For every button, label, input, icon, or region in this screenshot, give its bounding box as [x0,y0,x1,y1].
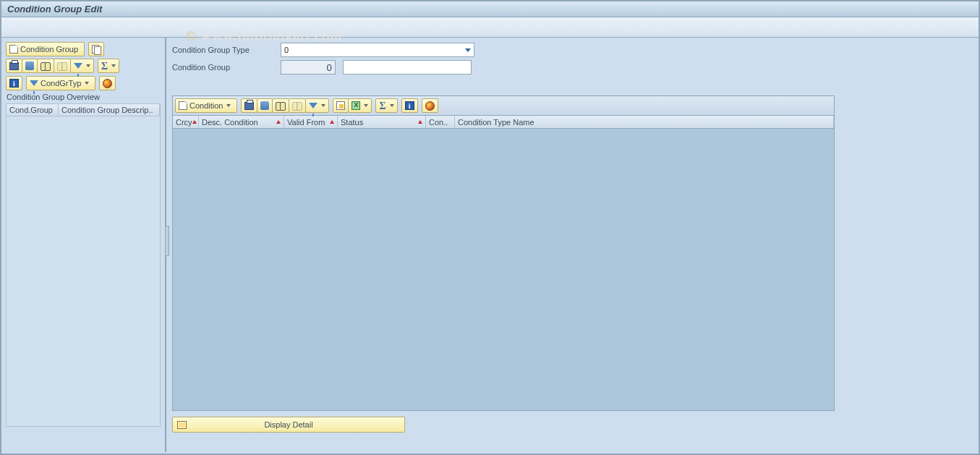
overview-col-group[interactable]: Cond.Group [7,104,59,116]
info-icon: i [9,79,19,88]
splitter-handle[interactable] [165,226,169,256]
find-button[interactable] [37,59,54,73]
binoculars-icon [276,102,286,109]
chart-icon [103,79,112,88]
grid-print-button[interactable] [241,98,257,113]
condition-grid-section: Condition Σ i [172,95,835,411]
view-icon [25,61,34,70]
sidebar: Condition Group Σ i CondGrTyp [1,38,166,452]
chart-icon [425,101,435,111]
filter-button[interactable] [70,59,94,73]
condition-group-button[interactable]: Condition Group [6,42,85,56]
view-icon [260,101,269,110]
sort-asc-icon [330,120,334,124]
print-icon [244,102,254,110]
col-con[interactable]: Con.. [426,116,455,128]
binoculars-next-icon [292,102,302,109]
condition-button[interactable]: Condition [175,98,237,113]
grid-export-button[interactable] [333,98,349,113]
col-desc-condition[interactable]: Desc. Condition [199,116,284,128]
export-icon [336,101,345,110]
overview-title: Condition Group Overview [6,93,161,101]
grid-filter-button[interactable] [305,98,329,113]
overview-header: Cond.Group Condition Group Descrip.. [6,103,161,116]
document-icon [9,45,18,54]
grid-sum-button[interactable]: Σ [375,98,397,113]
grid-find-next-button[interactable] [289,98,306,113]
sum-button[interactable]: Σ [98,59,119,73]
print-icon [9,62,19,70]
grid-view-button[interactable] [257,98,273,113]
col-crcy[interactable]: Crcy [173,116,199,128]
condition-group-text-input[interactable] [343,60,472,75]
grid-graphic-button[interactable] [422,98,438,113]
view-button[interactable] [22,59,38,73]
condition-group-number-input[interactable] [281,60,336,75]
main-area: Condition Group Type 0 Condition Group C… [166,38,979,452]
sigma-icon: Σ [379,101,385,111]
label-condition-group: Condition Group [172,63,281,72]
grid-body[interactable] [173,129,834,410]
excel-icon [351,101,360,110]
condition-group-type-select[interactable]: 0 [281,43,474,57]
sort-asc-icon [418,120,422,124]
col-condition-type-name[interactable]: Condition Type Name [455,116,834,128]
graphic-button[interactable] [99,76,116,90]
binoculars-next-icon [57,62,67,69]
grid-details-button[interactable]: i [401,98,418,113]
funnel-icon [309,103,318,109]
grid-find-button[interactable] [272,98,289,113]
details-button[interactable]: i [6,76,22,90]
label-condition-group-type: Condition Group Type [172,46,281,54]
page-title: Condition Group Edit [7,4,102,14]
col-status[interactable]: Status [338,116,426,128]
col-valid-from[interactable]: Valid From [284,116,338,128]
info-icon: i [405,101,414,110]
app-window: Condition Group Edit ©© www.tutorialkart… [0,0,980,455]
copy-button[interactable] [88,42,104,56]
document-icon [179,101,187,110]
print-button[interactable] [6,59,22,73]
funnel-icon [30,80,38,86]
overview-body[interactable] [6,116,161,427]
funnel-icon [74,63,82,69]
overview-col-descrip[interactable]: Condition Group Descrip.. [59,104,160,116]
grid-toolbar: Condition Σ i [173,96,834,116]
title-bar: Condition Group Edit [1,1,979,17]
binoculars-icon [41,62,51,69]
sort-asc-icon [276,120,281,124]
sigma-icon: Σ [101,61,108,71]
display-icon [177,421,187,429]
find-next-button[interactable] [54,59,71,73]
grid-excel-button[interactable] [348,98,372,113]
copy-icon [92,45,101,54]
app-toolbar [1,17,979,38]
condgrtyp-button[interactable]: CondGrTyp [26,76,95,90]
sort-asc-icon [192,120,197,124]
display-detail-button[interactable]: Display Detail [172,417,405,433]
grid-header: Crcy Desc. Condition Valid From Status C… [173,116,834,129]
